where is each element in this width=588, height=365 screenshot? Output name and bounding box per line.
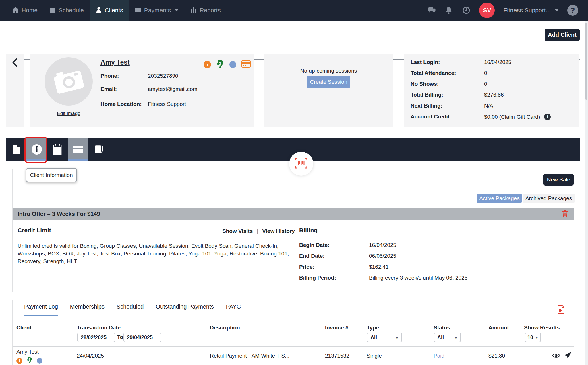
date-from-input[interactable] bbox=[77, 333, 115, 342]
chat-icon[interactable] bbox=[428, 6, 436, 15]
file-icon bbox=[12, 144, 20, 156]
svg-text:$: $ bbox=[219, 61, 221, 65]
home-location-label: Home Location: bbox=[100, 101, 142, 107]
row-amount: $21.80 bbox=[488, 353, 505, 359]
nav-left-group: Home Schedule Clients Payments Reports bbox=[0, 0, 227, 21]
delete-package-button[interactable] bbox=[562, 210, 568, 219]
nav-item-reports[interactable]: Reports bbox=[184, 0, 227, 21]
top-nav: Home Schedule Clients Payments Reports S… bbox=[0, 0, 588, 21]
next-billing-value: N/A bbox=[484, 103, 493, 109]
chevron-down-icon bbox=[175, 9, 179, 11]
row-client-name[interactable]: Amy Test bbox=[16, 349, 39, 355]
status-select-value: All bbox=[437, 335, 444, 341]
info-icon[interactable]: i bbox=[204, 61, 211, 68]
nav-item-payments[interactable]: Payments bbox=[129, 0, 184, 21]
tab-scheduled[interactable]: Scheduled bbox=[117, 303, 144, 316]
nav-item-schedule[interactable]: Schedule bbox=[43, 0, 90, 21]
tab-notes[interactable] bbox=[88, 138, 109, 161]
row-description: Retail Payment - AM White T S... bbox=[210, 353, 289, 359]
show-results-select[interactable]: 10 ∨ bbox=[525, 333, 541, 342]
view-history-link[interactable]: View History bbox=[262, 228, 295, 234]
bell-icon[interactable] bbox=[445, 6, 453, 15]
price-label: Price: bbox=[299, 264, 314, 270]
active-packages-toggle[interactable]: Active Packages bbox=[477, 194, 522, 203]
end-date-value: 06/05/2025 bbox=[369, 253, 396, 259]
page-scrollbar[interactable] bbox=[585, 21, 588, 365]
camera-icon bbox=[54, 69, 84, 94]
phone-label: Phone: bbox=[100, 73, 119, 79]
nav-item-clients[interactable]: Clients bbox=[90, 0, 129, 21]
chevron-left-icon bbox=[11, 58, 18, 68]
avatar[interactable]: SV bbox=[479, 3, 495, 18]
tab-schedule[interactable] bbox=[47, 138, 68, 161]
show-results-value: 10 bbox=[527, 335, 533, 341]
tab-memberships[interactable]: Memberships bbox=[70, 303, 105, 316]
total-billing-value: $276.86 bbox=[484, 92, 504, 98]
date-to-input[interactable] bbox=[123, 333, 161, 342]
payments-panel: Payment Log Memberships Scheduled Outsta… bbox=[12, 300, 574, 365]
tab-payments[interactable] bbox=[68, 138, 88, 161]
add-client-button[interactable]: Add Client bbox=[545, 29, 580, 41]
nav-item-label: Clients bbox=[105, 7, 123, 14]
nav-item-label: Payments bbox=[144, 7, 171, 14]
next-billing-label: Next Billing: bbox=[411, 103, 442, 109]
send-receipt-icon[interactable] bbox=[564, 351, 572, 360]
calendar-icon bbox=[53, 144, 62, 156]
upcoming-sessions-card: No up-coming sessions Create Session bbox=[264, 54, 393, 127]
credit-limit-links: Show Visits | View History bbox=[222, 228, 295, 234]
export-pdf-icon[interactable] bbox=[557, 305, 565, 315]
col-amount: Amount bbox=[488, 325, 509, 331]
type-select[interactable]: All ∨ bbox=[367, 333, 402, 342]
help-icon[interactable]: ? bbox=[567, 5, 578, 16]
total-attendance-value: 0 bbox=[484, 70, 487, 76]
money-icon[interactable]: $ bbox=[26, 357, 33, 365]
tab-payg[interactable]: PAYG bbox=[226, 303, 241, 316]
table-divider bbox=[13, 346, 574, 347]
credit-card-icon bbox=[135, 6, 142, 15]
show-visits-link[interactable]: Show Visits bbox=[222, 228, 253, 234]
edit-image-link[interactable]: Edit Image bbox=[45, 111, 93, 116]
credit-limit-description: Unlimited credits valid for Boxing, Grou… bbox=[18, 242, 291, 266]
row-client-icons: i $ bbox=[16, 357, 42, 365]
archived-packages-toggle[interactable]: Archived Packages bbox=[523, 194, 575, 203]
account-credit-label: Account Credit: bbox=[411, 114, 452, 120]
phone-value: 2032527890 bbox=[148, 73, 178, 79]
begin-date-value: 16/04/2025 bbox=[369, 242, 396, 248]
status-select[interactable]: All ∨ bbox=[434, 333, 461, 342]
home-location-value: Fitness Support bbox=[148, 101, 186, 107]
card-flag-icon[interactable] bbox=[241, 60, 251, 69]
email-label: Email: bbox=[100, 86, 117, 92]
tab-documents[interactable] bbox=[6, 138, 26, 161]
create-session-button[interactable]: Create Session bbox=[307, 76, 350, 88]
package-header-bar: Intro Offer – 3 Weeks For $149 bbox=[13, 208, 574, 220]
total-billing-label: Total Billing: bbox=[411, 92, 443, 98]
account-credit-text[interactable]: $0.00 (Claim Gift Card) bbox=[484, 114, 540, 120]
scrollbar-thumb[interactable] bbox=[585, 23, 587, 100]
tab-client-information[interactable] bbox=[26, 138, 47, 161]
info-icon[interactable]: i bbox=[16, 358, 22, 364]
tab-payment-log[interactable]: Payment Log bbox=[24, 303, 58, 316]
status-dot-icon[interactable] bbox=[37, 358, 42, 364]
no-shows-label: No Shows: bbox=[411, 81, 439, 87]
info-icon[interactable]: i bbox=[544, 114, 551, 120]
client-profile-card: Edit Image Amy Test i $ Phone: 203252789… bbox=[30, 54, 254, 127]
col-description: Description bbox=[210, 325, 240, 331]
clock-icon[interactable] bbox=[462, 6, 471, 15]
row-status-link[interactable]: Paid bbox=[434, 353, 444, 359]
end-date-label: End Date: bbox=[299, 253, 325, 259]
col-client: Client bbox=[16, 325, 32, 331]
back-button-card[interactable] bbox=[6, 54, 24, 127]
nav-item-home[interactable]: Home bbox=[6, 0, 43, 21]
client-stats-card: Last Login: 16/04/2025 Total Attendance:… bbox=[404, 54, 579, 127]
price-value: $162.41 bbox=[369, 264, 389, 270]
account-menu[interactable]: Fitness Support... bbox=[503, 7, 559, 14]
client-name-link[interactable]: Amy Test bbox=[100, 58, 130, 66]
view-payment-icon[interactable] bbox=[552, 352, 560, 360]
status-dot-icon[interactable] bbox=[229, 61, 236, 68]
last-login-label: Last Login: bbox=[411, 59, 440, 65]
chevron-down-icon bbox=[555, 9, 559, 11]
new-sale-button[interactable]: New Sale bbox=[543, 174, 574, 186]
barcode-scan-button[interactable] bbox=[289, 152, 313, 176]
money-icon[interactable]: $ bbox=[216, 60, 224, 69]
tab-outstanding-payments[interactable]: Outstanding Payments bbox=[156, 303, 214, 316]
